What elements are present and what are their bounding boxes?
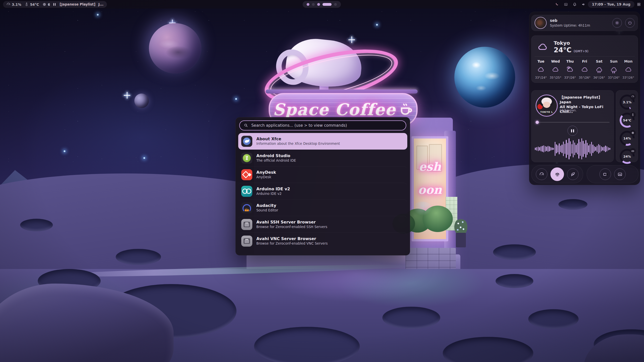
leaf-icon xyxy=(570,172,576,177)
app-title: About Xfce xyxy=(256,137,340,142)
weather-icon xyxy=(581,66,588,73)
bright-star xyxy=(376,24,378,26)
app-subtitle: Browse for Zeroconf-enabled SSH Servers xyxy=(256,225,327,229)
purple-planet xyxy=(149,23,201,73)
app-title: Avahi VNC Server Browser xyxy=(256,236,328,241)
screen-record-button[interactable] xyxy=(599,168,611,180)
app-title: Android Studio xyxy=(256,153,296,158)
app-row-avahi-vnc[interactable]: Avahi VNC Server Browser Browse for Zero… xyxy=(238,233,407,249)
anydesk-icon xyxy=(241,169,252,180)
app-row-audacity[interactable]: Audacity Sound Editor xyxy=(238,199,407,216)
app-subtitle: The official Android IDE xyxy=(256,158,296,163)
now-playing-pill[interactable]: 【Japanese Playlist】 J... xyxy=(50,1,107,8)
workspace-dot[interactable] xyxy=(307,3,309,6)
search-bar[interactable] xyxy=(239,120,406,130)
pause-button[interactable] xyxy=(568,126,578,136)
arduino-icon xyxy=(241,186,252,197)
forecast-day: Sat 36°/26° xyxy=(593,59,605,80)
flower-pot xyxy=(454,216,467,247)
search-icon xyxy=(244,123,248,128)
capture-group xyxy=(587,165,638,183)
weather-temp: 24°C xyxy=(554,46,572,54)
bright-star xyxy=(97,14,99,16)
app-title: Avahi SSH Server Browser xyxy=(256,220,327,225)
album-art-text: TOKYO L xyxy=(536,111,557,113)
app-row-anydesk[interactable]: AnyDesk AnyDesk xyxy=(238,166,407,183)
progress-knob[interactable] xyxy=(536,121,539,124)
handset-icon[interactable] xyxy=(555,2,559,7)
search-input[interactable] xyxy=(251,123,402,128)
forecast-day: Tue 33°/24° xyxy=(535,59,547,80)
workspace-dot[interactable] xyxy=(334,3,337,6)
app-subtitle: Arduino IDE v2 xyxy=(256,192,290,196)
progress-bar[interactable] xyxy=(536,121,610,124)
screenshot-icon[interactable] xyxy=(564,2,568,7)
workspace-dot[interactable] xyxy=(317,3,320,6)
app-title: Arduino IDE v2 xyxy=(256,187,290,192)
top-bar: 3.1% 54°C 6.8G 【Japanese Playlist】 J... … xyxy=(0,0,644,9)
power-button[interactable] xyxy=(625,18,635,28)
weather-icon xyxy=(552,66,559,73)
settings-button[interactable] xyxy=(612,18,622,28)
app-subtitle: AnyDesk xyxy=(256,175,276,179)
weather-icon xyxy=(610,66,618,73)
window-neon-text: esh xyxy=(414,155,446,178)
bright-star xyxy=(64,150,65,152)
speedometer-icon xyxy=(6,2,11,7)
clock-label: 17:09 - Tue, 19 Aug xyxy=(592,2,630,6)
gear-icon xyxy=(615,21,619,25)
pause-icon xyxy=(53,3,56,6)
android-studio-icon xyxy=(241,153,252,164)
forecast-day: Mon 33°/26° xyxy=(622,59,634,80)
side-panel: seb System Uptime: 4h11m Tokyo 24°C (GMT… xyxy=(529,12,640,185)
weather-icon xyxy=(595,66,603,73)
album-art[interactable]: TOKYO L xyxy=(536,95,558,117)
disk-gauge: 24% xyxy=(620,149,635,164)
clock-pill[interactable]: 17:09 - Tue, 19 Aug xyxy=(588,1,634,8)
workspace-dot[interactable] xyxy=(312,3,315,6)
temperature-stat: 54°C xyxy=(24,2,39,7)
now-playing-label: 【Japanese Playlist】 J... xyxy=(58,2,103,7)
scales-icon xyxy=(555,172,560,177)
temperature-gauge: 54°C xyxy=(620,113,635,128)
picture-icon xyxy=(617,172,623,177)
bright-star xyxy=(235,98,237,100)
cpu-gauge: 3.1% xyxy=(620,95,635,110)
app-row-avahi-ssh[interactable]: Avahi SSH Server Browser Browse for Zero… xyxy=(238,216,407,233)
app-subtitle: Sound Editor xyxy=(256,208,278,213)
avahi-icon xyxy=(241,219,252,230)
star-sparkle xyxy=(124,92,130,99)
workspace-indicator[interactable] xyxy=(303,1,341,8)
weather-icon xyxy=(566,66,574,73)
window-neon-text: oon xyxy=(414,178,446,201)
volume-icon[interactable] xyxy=(581,2,586,7)
thermometer-icon xyxy=(24,2,29,7)
screenshot-button[interactable] xyxy=(614,168,626,180)
speedometer-icon xyxy=(539,172,544,177)
app-subtitle: Browse for Zeroconf-enabled VNC Servers xyxy=(256,241,328,246)
coffee-cup-icon xyxy=(399,102,413,116)
app-row-about-xfce[interactable]: About Xfce Information about the Xfce De… xyxy=(238,133,407,150)
app-row-android-studio[interactable]: Android Studio The official Android IDE xyxy=(238,150,407,166)
performance-profile-button[interactable] xyxy=(536,168,547,180)
balanced-profile-button[interactable] xyxy=(550,167,564,181)
app-subtitle: Information about the Xfce Desktop Envir… xyxy=(256,142,340,146)
divider xyxy=(535,56,635,57)
avatar[interactable] xyxy=(535,17,547,29)
forecast-row: Tue 33°/24° Wed 35°/25° Thu 33°/26° Fri … xyxy=(535,59,634,80)
bright-star xyxy=(143,157,145,159)
app-grid-icon[interactable] xyxy=(637,2,641,7)
cloud-icon xyxy=(536,41,550,53)
grass-highlight xyxy=(413,202,433,215)
weather-icon xyxy=(537,66,545,73)
system-uptime: System Uptime: 4h11m xyxy=(550,23,609,27)
user-card: seb System Uptime: 4h11m xyxy=(531,15,638,31)
app-launcher-window: About Xfce Information about the Xfce De… xyxy=(235,117,410,255)
video-camera-icon xyxy=(603,172,608,177)
app-row-arduino[interactable]: Arduino IDE v2 Arduino IDE v2 xyxy=(238,183,407,199)
bell-icon[interactable] xyxy=(573,2,577,7)
workspace-dot[interactable] xyxy=(323,3,332,6)
avahi-icon xyxy=(241,236,252,247)
xfce-icon xyxy=(241,136,252,147)
power-saver-profile-button[interactable] xyxy=(567,168,579,180)
